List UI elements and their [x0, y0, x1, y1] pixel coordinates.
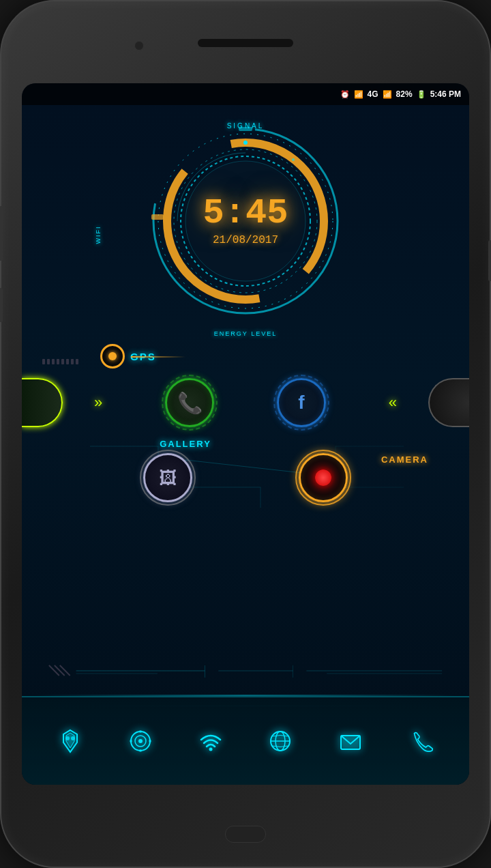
clock-center: 5:45 21/08/2017	[203, 196, 288, 246]
phone-app-icon[interactable]: 📞	[165, 378, 214, 427]
dock-settings-icon[interactable]	[123, 723, 158, 759]
ironman-svg	[58, 729, 83, 753]
svg-point-24	[71, 736, 75, 740]
svg-line-14	[55, 665, 65, 676]
tick-8	[76, 359, 78, 364]
app-row-1: » 📞 f «	[63, 378, 428, 427]
camera-label-text: CAMERA	[381, 454, 428, 465]
gps-line	[131, 356, 185, 358]
wifi-label: WIFI	[95, 226, 102, 244]
gallery-ring	[140, 450, 196, 506]
phone-device: ⏰ 📶 4G 📶 82% 🔋 5:46 PM	[0, 0, 491, 868]
app-row-2: 🖼	[90, 453, 401, 502]
volume-button[interactable]	[0, 206, 3, 261]
home-button[interactable]	[225, 826, 266, 843]
side-icon-left[interactable]	[22, 378, 63, 427]
svg-line-13	[49, 665, 59, 676]
tick-1	[42, 359, 45, 364]
gallery-app-icon[interactable]: 🖼	[143, 453, 192, 502]
phone-hud-icon: 📞	[165, 378, 214, 427]
energy-label: ENERGY LEVEL	[214, 330, 277, 337]
fb-hud-icon: f	[277, 378, 326, 427]
svg-rect-9	[151, 214, 164, 220]
hud-clock-widget[interactable]: 5:45 21/08/2017	[143, 119, 348, 323]
mail-svg	[338, 729, 363, 753]
dock-phone-svg	[408, 729, 433, 753]
svg-point-27	[138, 739, 143, 743]
svg-point-7	[292, 158, 295, 161]
camera-app-icon[interactable]	[299, 453, 348, 502]
settings-svg	[128, 729, 153, 753]
circuit-area	[35, 659, 456, 686]
phone-ring	[162, 375, 218, 431]
tick-4	[57, 359, 59, 364]
dock-wifi-icon[interactable]	[193, 723, 228, 759]
front-camera	[134, 41, 144, 50]
mute-button[interactable]	[0, 288, 3, 322]
svg-point-29	[139, 749, 142, 752]
network-type: 4G	[368, 89, 378, 99]
tick-6	[66, 359, 69, 364]
tick-5	[61, 359, 64, 364]
camera-ring	[295, 450, 351, 506]
wifi-svg	[198, 729, 223, 753]
gallery-label-text: GALLERY	[160, 439, 211, 449]
tick-marks	[42, 359, 78, 364]
dock	[22, 696, 469, 785]
dock-ironman-icon[interactable]	[53, 723, 88, 759]
home-screen: 5:45 21/08/2017 SIGNAL WIFI ENERGY LEVEL…	[22, 105, 469, 785]
power-button[interactable]	[488, 240, 491, 281]
svg-point-31	[149, 740, 151, 742]
svg-point-30	[130, 740, 132, 742]
signal-icon: 📶	[383, 90, 392, 99]
wifi-status-icon: 📶	[354, 90, 363, 99]
signal-label: SIGNAL	[227, 122, 265, 130]
dock-globe-icon[interactable]	[263, 723, 298, 759]
gallery-label: GALLERY	[155, 437, 216, 450]
svg-line-15	[60, 665, 70, 676]
tick-2	[47, 359, 50, 364]
gps-dot	[108, 352, 117, 360]
camera-label-wrap: CAMERA	[381, 453, 428, 465]
globe-svg	[268, 729, 293, 753]
alarm-icon: ⏰	[340, 90, 350, 99]
left-chevron-right[interactable]: «	[389, 394, 397, 411]
svg-point-32	[209, 748, 212, 751]
battery-percent: 82%	[396, 89, 413, 99]
top-speaker	[198, 39, 293, 47]
dock-mail-icon[interactable]	[333, 723, 368, 759]
phone-screen: ⏰ 📶 4G 📶 82% 🔋 5:46 PM	[22, 83, 469, 785]
right-chevron-left[interactable]: »	[94, 394, 102, 411]
svg-point-23	[65, 736, 70, 740]
clock-date: 21/08/2017	[203, 234, 288, 246]
facebook-app-icon[interactable]: f	[277, 378, 326, 427]
clock-time: 5:45	[203, 196, 288, 231]
clock-status: 5:46 PM	[430, 89, 461, 99]
gps-circle-icon	[100, 344, 125, 368]
status-bar: ⏰ 📶 4G 📶 82% 🔋 5:46 PM	[22, 83, 469, 105]
svg-point-28	[139, 730, 142, 733]
fb-ring	[273, 375, 329, 431]
svg-point-6	[243, 141, 248, 145]
tick-3	[52, 359, 55, 364]
tick-7	[71, 359, 74, 364]
gallery-hud-icon: 🖼	[143, 453, 192, 502]
circuit-svg	[35, 659, 456, 686]
battery-icon: 🔋	[417, 90, 426, 99]
camera-hud-icon	[299, 453, 348, 502]
side-icon-right[interactable]	[428, 378, 469, 427]
dock-phone-icon[interactable]	[403, 723, 438, 759]
